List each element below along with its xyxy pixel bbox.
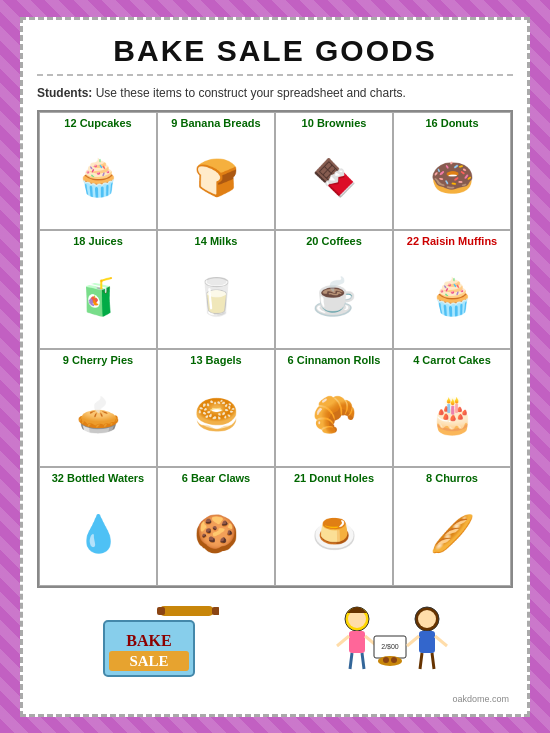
food-label: 22 Raisin Muffins: [396, 234, 508, 249]
food-emoji: 💧: [72, 508, 124, 560]
food-cell: 14 Milks🥛: [157, 230, 275, 349]
svg-line-22: [407, 636, 419, 646]
svg-line-23: [435, 636, 447, 646]
svg-rect-9: [349, 631, 365, 653]
food-cell: 22 Raisin Muffins🧁: [393, 230, 511, 349]
food-cell: 6 Bear Claws🍪: [157, 467, 275, 586]
food-label: 9 Banana Breads: [160, 116, 272, 131]
svg-line-25: [432, 653, 434, 669]
svg-point-20: [418, 610, 436, 628]
food-emoji: 🧃: [72, 271, 124, 323]
food-cell: 6 Cinnamon Rolls🥐: [275, 349, 393, 468]
food-emoji: 🍫: [308, 152, 360, 204]
bake-sale-illustration: BAKE SALE: [99, 601, 219, 681]
food-cell: 12 Cupcakes🧁: [39, 112, 157, 231]
food-emoji: 🎂: [426, 389, 478, 441]
food-emoji: 🧁: [426, 271, 478, 323]
food-label: 6 Bear Claws: [160, 471, 272, 486]
food-image: 🧃: [42, 249, 154, 344]
food-label: 20 Coffees: [278, 234, 390, 249]
svg-rect-0: [159, 606, 214, 616]
food-grid: 12 Cupcakes🧁9 Banana Breads🍞10 Brownies🍫…: [39, 112, 511, 586]
food-image: 💧: [42, 486, 154, 581]
food-image: 🥖: [396, 486, 508, 581]
food-emoji: 🥐: [308, 389, 360, 441]
food-emoji: 🍩: [426, 152, 478, 204]
food-cell: 13 Bagels🥯: [157, 349, 275, 468]
food-emoji: 🥛: [190, 271, 242, 323]
food-label: 18 Juices: [42, 234, 154, 249]
food-cell: 10 Brownies🍫: [275, 112, 393, 231]
food-cell: 16 Donuts🍩: [393, 112, 511, 231]
subtitle: Students: Use these items to construct y…: [37, 84, 513, 102]
food-label: 32 Bottled Waters: [42, 471, 154, 486]
svg-rect-1: [157, 607, 165, 615]
food-emoji: 🥯: [190, 389, 242, 441]
food-emoji: 🍮: [308, 508, 360, 560]
food-image: 🍩: [396, 131, 508, 226]
food-emoji: 🥖: [426, 508, 478, 560]
food-label: 4 Carrot Cakes: [396, 353, 508, 368]
food-image: 🥐: [278, 368, 390, 463]
svg-text:SALE: SALE: [129, 653, 168, 669]
food-label: 13 Bagels: [160, 353, 272, 368]
food-emoji: 🍞: [190, 152, 242, 204]
food-cell: 32 Bottled Waters💧: [39, 467, 157, 586]
kids-illustration: 2/$00: [322, 601, 452, 681]
food-cell: 9 Banana Breads🍞: [157, 112, 275, 231]
food-label: 16 Donuts: [396, 116, 508, 131]
footer: BAKE SALE 2/$00: [37, 596, 513, 686]
food-image: 🍮: [278, 486, 390, 581]
food-label: 9 Cherry Pies: [42, 353, 154, 368]
food-label: 12 Cupcakes: [42, 116, 154, 131]
food-cell: 8 Churros🥖: [393, 467, 511, 586]
food-label: 8 Churros: [396, 471, 508, 486]
svg-line-10: [337, 636, 349, 646]
watermark: oakdome.com: [37, 694, 513, 704]
food-image: 🧁: [42, 131, 154, 226]
food-cell: 4 Carrot Cakes🎂: [393, 349, 511, 468]
svg-text:2/$00: 2/$00: [381, 643, 399, 650]
food-emoji: 🥧: [72, 389, 124, 441]
svg-text:BAKE: BAKE: [126, 632, 171, 649]
svg-point-16: [378, 656, 402, 666]
food-emoji: 🍪: [190, 508, 242, 560]
food-cell: 20 Coffees☕: [275, 230, 393, 349]
food-cell: 9 Cherry Pies🥧: [39, 349, 157, 468]
svg-line-24: [420, 653, 422, 669]
svg-rect-2: [212, 607, 219, 615]
subtitle-prefix: Students:: [37, 86, 92, 100]
food-image: 🍫: [278, 131, 390, 226]
food-image: 🍞: [160, 131, 272, 226]
svg-rect-21: [419, 631, 435, 653]
svg-point-17: [383, 657, 389, 663]
page: BAKE SALE GOODS Students: Use these item…: [20, 17, 530, 717]
food-emoji: 🧁: [72, 152, 124, 204]
food-image: 🥛: [160, 249, 272, 344]
food-label: 21 Donut Holes: [278, 471, 390, 486]
svg-point-18: [391, 657, 397, 663]
food-label: 10 Brownies: [278, 116, 390, 131]
food-cell: 18 Juices🧃: [39, 230, 157, 349]
food-grid-container: 12 Cupcakes🧁9 Banana Breads🍞10 Brownies🍫…: [37, 110, 513, 588]
food-image: 🥧: [42, 368, 154, 463]
food-emoji: ☕: [308, 271, 360, 323]
food-label: 14 Milks: [160, 234, 272, 249]
food-image: 🥯: [160, 368, 272, 463]
food-image: ☕: [278, 249, 390, 344]
page-title: BAKE SALE GOODS: [37, 30, 513, 76]
subtitle-text: Use these items to construct your spread…: [92, 86, 406, 100]
food-cell: 21 Donut Holes🍮: [275, 467, 393, 586]
food-image: 🍪: [160, 486, 272, 581]
food-image: 🧁: [396, 249, 508, 344]
food-image: 🎂: [396, 368, 508, 463]
svg-line-12: [350, 653, 352, 669]
food-label: 6 Cinnamon Rolls: [278, 353, 390, 368]
svg-line-13: [362, 653, 364, 669]
